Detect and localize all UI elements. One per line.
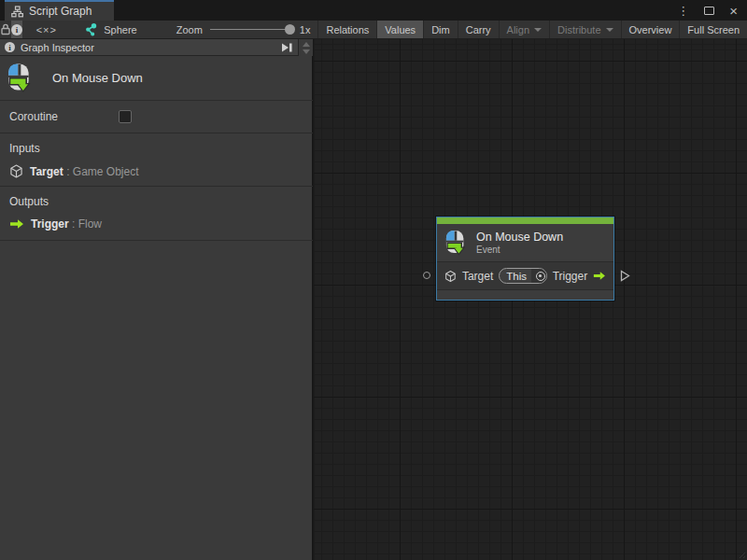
zoom-slider[interactable] bbox=[210, 29, 292, 30]
coroutine-checkbox[interactable] bbox=[119, 110, 132, 123]
arrow-up-icon[interactable] bbox=[303, 42, 310, 47]
input-type: : Game Object bbox=[63, 165, 139, 178]
close-icon[interactable]: × bbox=[729, 4, 738, 18]
outputs-section: Outputs Trigger : Flow bbox=[0, 186, 313, 240]
object-picker-section[interactable] bbox=[531, 269, 547, 283]
script-graph-asset-icon bbox=[84, 23, 97, 36]
flow-arrow-icon bbox=[9, 218, 24, 230]
graph-inspector-panel: i Graph Inspector bbox=[0, 39, 313, 560]
script-graph-window: Script Graph ⋮ × i <×> bbox=[0, 0, 747, 560]
graph-owner-button[interactable]: Sphere bbox=[77, 21, 144, 38]
graph-inspector-header: i Graph Inspector bbox=[0, 39, 298, 56]
inspector-toggle-button[interactable]: i bbox=[11, 21, 22, 38]
node-title: On Mouse Down bbox=[476, 231, 563, 244]
toolbar-button-carry[interactable]: Carry bbox=[458, 21, 499, 38]
inputs-title: Inputs bbox=[9, 142, 313, 155]
toolbar-toggle-group: Relations Values Dim Carry Align Distrib… bbox=[317, 21, 747, 38]
toolbar-button-dim[interactable]: Dim bbox=[423, 21, 458, 38]
zoom-label: Zoom bbox=[176, 24, 203, 35]
flow-arrow-icon bbox=[593, 271, 606, 281]
graph-canvas[interactable]: On Mouse Down Event Target This bbox=[314, 39, 747, 560]
panel-reorder-spinner bbox=[298, 39, 313, 56]
graph-owner-label: Sphere bbox=[104, 24, 136, 35]
zoom-slider-handle[interactable] bbox=[285, 24, 295, 35]
node-trigger-label: Trigger bbox=[553, 270, 588, 283]
toolbar-button-values[interactable]: Values bbox=[376, 21, 423, 38]
outputs-title: Outputs bbox=[9, 195, 313, 208]
chevron-down-icon bbox=[534, 28, 542, 32]
input-row-target: Target : Game Object bbox=[9, 164, 313, 178]
input-name: Target bbox=[30, 165, 63, 178]
graph-inspector-title: Graph Inspector bbox=[21, 42, 94, 53]
window-menu-icon[interactable]: ⋮ bbox=[677, 5, 689, 17]
node-accent-bar bbox=[437, 217, 613, 224]
output-row-trigger: Trigger : Flow bbox=[9, 217, 313, 231]
unit-title: On Mouse Down bbox=[52, 71, 143, 85]
node-header[interactable]: On Mouse Down Event bbox=[437, 224, 613, 261]
toolbar-button-distribute[interactable]: Distribute bbox=[549, 21, 620, 38]
node-target-label: Target bbox=[462, 270, 493, 283]
coroutine-label: Coroutine bbox=[9, 110, 119, 123]
toolbar-button-relations[interactable]: Relations bbox=[317, 21, 376, 38]
toolbar-button-fullscreen[interactable]: Full Screen bbox=[679, 21, 747, 38]
on-mouse-down-node[interactable]: On Mouse Down Event Target This bbox=[436, 217, 614, 301]
zoom-control: Zoom 1x bbox=[169, 21, 318, 38]
graph-toolbar: i <×> Sphere Zoom 1x bbox=[0, 21, 747, 39]
info-icon: i bbox=[5, 42, 15, 52]
unit-summary: On Mouse Down bbox=[0, 56, 313, 100]
chevron-down-icon bbox=[606, 28, 613, 32]
code-icon: <×> bbox=[36, 24, 57, 35]
node-subtitle: Event bbox=[476, 245, 563, 255]
graph-hierarchy-icon bbox=[11, 6, 23, 18]
on-mouse-down-icon bbox=[7, 63, 34, 93]
arrow-down-icon[interactable] bbox=[303, 49, 310, 54]
toolbar-button-overview[interactable]: Overview bbox=[621, 21, 680, 38]
section-divider bbox=[0, 240, 313, 241]
inputs-section: Inputs Target : Game Object bbox=[0, 133, 313, 186]
lock-button[interactable] bbox=[0, 21, 11, 38]
output-type: : Flow bbox=[69, 217, 102, 231]
node-output-flow-port[interactable] bbox=[620, 269, 630, 286]
target-value-label: This bbox=[500, 271, 531, 282]
maximize-icon[interactable] bbox=[704, 7, 714, 15]
target-value-chip[interactable]: This bbox=[499, 268, 546, 284]
game-object-cube-icon bbox=[444, 270, 457, 283]
toolbar-button-align[interactable]: Align bbox=[499, 21, 549, 38]
tab-script-graph[interactable]: Script Graph bbox=[5, 0, 114, 21]
node-input-flow-port[interactable] bbox=[423, 272, 430, 279]
output-name: Trigger bbox=[31, 217, 69, 231]
tab-strip: Script Graph ⋮ × bbox=[0, 0, 747, 21]
node-port-row: Target This Trigger bbox=[437, 261, 613, 289]
lock-icon bbox=[0, 23, 11, 35]
on-mouse-down-icon bbox=[445, 230, 468, 256]
node-footer bbox=[437, 289, 613, 300]
object-picker-icon bbox=[536, 272, 545, 281]
window-controls: ⋮ × bbox=[677, 0, 747, 21]
dock-right-icon bbox=[280, 42, 293, 53]
coroutine-row: Coroutine bbox=[0, 100, 313, 133]
zoom-value: 1x bbox=[300, 24, 311, 35]
tab-label: Script Graph bbox=[29, 5, 92, 18]
game-object-cube-icon bbox=[9, 164, 23, 178]
edit-source-button[interactable]: <×> bbox=[29, 21, 64, 38]
dock-panel-button[interactable] bbox=[280, 42, 293, 53]
info-icon: i bbox=[11, 24, 22, 35]
resize-grip-icon[interactable] bbox=[736, 549, 745, 558]
